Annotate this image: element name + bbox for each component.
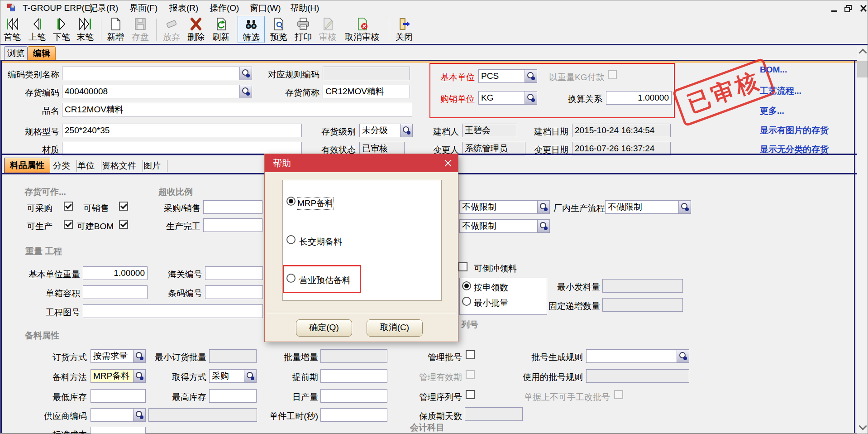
tab-classification[interactable]: 分类 [53,160,77,172]
backflush-checkbox[interactable] [458,262,467,271]
menu-interface[interactable]: 界面(F) [129,2,157,14]
customs-field[interactable] [205,266,263,280]
mrp-stock-label[interactable]: MRP备料 [297,198,334,209]
spec-field[interactable]: 250*240*35 [62,124,302,137]
scrollbar-thumb[interactable] [857,61,868,77]
trade-unit-field[interactable]: KG [478,91,537,105]
lookup-icon[interactable] [133,409,145,421]
lookup-icon[interactable] [537,201,549,213]
scroll-up-button[interactable] [857,46,868,59]
inv-code-field[interactable]: 400400008 [62,85,252,98]
link-bom[interactable]: BOM... [760,65,787,75]
ok-button[interactable]: 确定(Q) [296,319,352,337]
factory-flow-field[interactable]: 不做限制 [605,200,691,214]
long-leadtime-radio[interactable] [286,235,296,244]
trade-unit-label: 购销单位 [417,93,475,105]
link-more[interactable]: 更多... [760,105,784,117]
tab-edit[interactable]: 编辑 [28,46,56,60]
prod-name-field[interactable]: CR12MOV精料 [62,103,412,116]
min-stock-label: 最低库存 [43,391,87,403]
supplier-field[interactable] [91,408,146,422]
unit-hours-field[interactable] [320,408,387,422]
minimize-button[interactable] [830,4,839,13]
restore-button[interactable] [843,4,853,13]
help-dialog-titlebar[interactable]: 帮助 [265,154,458,172]
daily-output-field[interactable] [320,389,387,403]
tab-item-attributes[interactable]: 料品属性 [4,158,50,173]
inv-abbr-field[interactable]: CR12MOV精料 [323,85,410,98]
toolbar-audit-label: 审核 [319,32,336,42]
link-show-with-image[interactable]: 显示有图片的存货 [760,125,829,136]
lead-time-label: 提前期 [282,371,318,383]
toolbar-close-button[interactable]: 关闭 [392,17,416,42]
can-bom-checkbox[interactable] [119,220,128,229]
toolbar-new-button[interactable]: 新增 [104,17,127,42]
tab-qualification-files[interactable]: 资格文件 [102,160,143,172]
toolbar-delete-button[interactable]: 删除 [184,17,208,42]
cat-name-field[interactable] [62,67,252,80]
menu-window[interactable]: 窗口(W) [250,2,281,14]
menu-report[interactable]: 报表(R) [169,2,198,14]
lookup-icon[interactable] [525,92,537,104]
scroll-down-button[interactable] [857,419,868,433]
sellable-checkbox[interactable] [119,202,128,211]
acquire-field[interactable]: 采购 [209,369,257,383]
lookup-icon[interactable] [239,67,252,80]
lookup-icon[interactable] [537,220,549,232]
max-stock-field[interactable] [209,389,257,403]
toolbar-last-button[interactable]: 末笔 [73,17,97,42]
min-stock-field[interactable] [91,389,146,403]
toolbar-preview-button[interactable]: 预览 [267,17,291,42]
barcode-field[interactable] [205,285,263,299]
toolbar-next-button[interactable]: 下笔 [50,17,73,42]
toolbar-cancel-audit-button[interactable]: 取消审核 [340,17,384,42]
menu-help[interactable]: 帮助(H) [290,2,319,14]
stock-method-field[interactable]: MRP备料 [91,369,146,383]
conversion-field[interactable]: 1.00000 [606,91,672,105]
drawing-field[interactable] [83,304,263,318]
purchasable-checkbox[interactable] [64,202,73,211]
manage-serial-checkbox[interactable] [466,390,475,399]
close-button[interactable] [858,4,868,13]
manage-batch-checkbox[interactable] [466,350,475,359]
batch-rule-field[interactable] [586,349,689,363]
dialog-close-icon[interactable] [444,159,453,168]
lookup-icon[interactable] [244,370,256,382]
cancel-button[interactable]: 取消(C) [367,319,423,337]
box-volume-field[interactable] [83,285,148,299]
base-weight-field[interactable]: 1.00000 [83,266,148,280]
min-batch-radio[interactable] [462,297,471,306]
vertical-scrollbar[interactable] [857,46,868,434]
std-cost-field[interactable] [91,427,146,434]
mrp-stock-radio[interactable] [286,197,296,206]
toolbar-filter-button[interactable]: 筛选 [238,16,265,43]
lookup-icon[interactable] [525,70,537,82]
link-process-flow[interactable]: 工艺流程... [760,85,801,97]
tab-units[interactable]: 单位 [77,160,101,172]
menu-record[interactable]: 记录(R) [89,2,118,14]
toolbar-first-button[interactable]: 首笔 [0,17,24,42]
lookup-icon[interactable] [133,350,145,362]
toolbar-refresh-button[interactable]: 刷新 [209,17,233,42]
spec-label: 规格型号 [0,126,59,138]
long-leadtime-label[interactable]: 长交期备料 [299,236,342,248]
shelf-days-field [465,407,523,421]
menu-tgroup-erp[interactable]: T-GROUP ERP(E) [23,2,93,14]
lookup-icon[interactable] [239,85,252,98]
purchase-sale-field[interactable] [203,200,262,214]
toolbar-prev-button[interactable]: 上笔 [25,17,49,42]
limit-a-field[interactable]: 不做限制 [459,200,550,214]
base-unit-field[interactable]: PCS [478,69,537,83]
tab-pictures[interactable]: 图片 [143,160,167,172]
order-method-field[interactable]: 按需求量 [91,349,146,363]
lookup-icon[interactable] [133,370,145,382]
toolbar-print-button[interactable]: 打印 [291,17,315,42]
lead-time-field[interactable] [320,369,387,383]
lookup-icon[interactable] [677,350,689,362]
limit-b-field[interactable]: 不做限制 [459,219,550,233]
by-request-radio[interactable] [462,281,471,290]
prod-finish-field[interactable] [203,218,262,232]
menu-operate[interactable]: 操作(O) [210,2,239,14]
lookup-icon[interactable] [678,201,691,213]
tab-browse[interactable]: 浏览 [4,46,28,60]
